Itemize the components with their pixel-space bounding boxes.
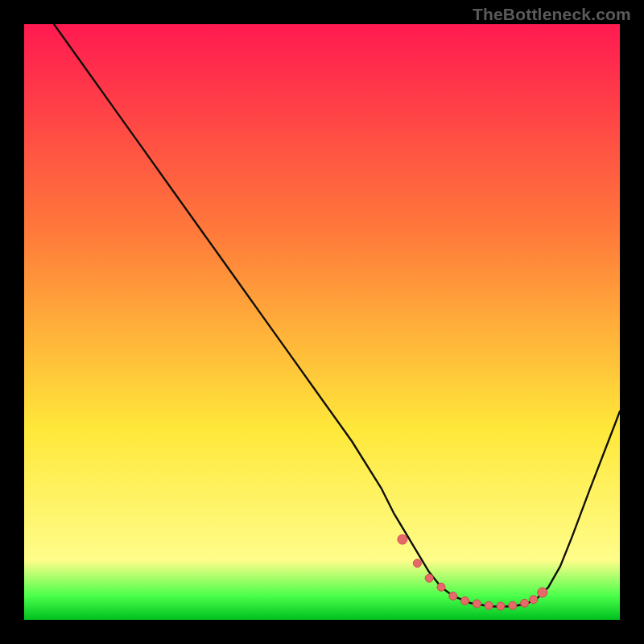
gradient-background [24, 24, 620, 620]
highlight-dot [521, 599, 529, 607]
watermark-text: TheBottleneck.com [473, 5, 631, 24]
highlight-dot [437, 583, 445, 591]
chart-svg [24, 24, 620, 620]
highlight-dot [530, 596, 538, 604]
highlight-dot [398, 535, 407, 544]
highlight-dot [449, 592, 457, 600]
highlight-dot [461, 597, 469, 605]
highlight-dot [473, 600, 481, 608]
chart-container: TheBottleneck.com [0, 0, 644, 644]
highlight-dot [413, 559, 421, 568]
highlight-dot [497, 602, 505, 610]
highlight-dot [425, 574, 433, 582]
highlight-dot [538, 588, 547, 597]
plot-area [24, 24, 620, 620]
highlight-dot [509, 601, 517, 609]
highlight-dot [485, 601, 493, 609]
